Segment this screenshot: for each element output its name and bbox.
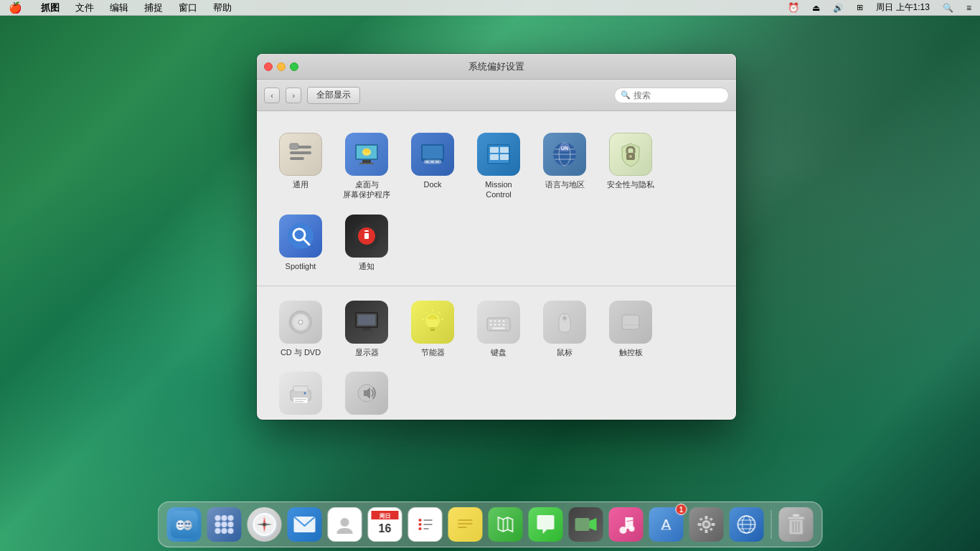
spotlight-search-icon[interactable]: 🔍: [940, 2, 956, 14]
general-label: 通用: [293, 179, 308, 189]
titlebar: 系统偏好设置: [257, 54, 736, 80]
pref-desktop[interactable]: 桌面与屏幕保护程序: [337, 129, 396, 204]
dock-contacts[interactable]: [326, 506, 364, 543]
pref-security[interactable]: 安全性与隐私: [601, 129, 660, 204]
menu-capture[interactable]: 捕捉: [141, 1, 166, 15]
dock-notes[interactable]: [447, 506, 484, 543]
svg-rect-68: [622, 315, 639, 329]
safari-dock-icon: [248, 507, 282, 542]
dock-calendar[interactable]: 周日 16: [367, 506, 404, 543]
svg-point-136: [215, 522, 221, 527]
svg-rect-2: [290, 157, 304, 160]
svg-point-132: [188, 523, 190, 525]
dock: 周日 16: [158, 501, 823, 547]
svg-point-41: [298, 320, 303, 324]
svg-point-153: [419, 519, 422, 522]
notification-center-icon[interactable]: ≡: [963, 2, 974, 14]
mail-dock-icon: [288, 507, 322, 542]
svg-rect-60: [502, 320, 505, 322]
svg-rect-67: [562, 316, 567, 320]
menu-edit[interactable]: 编辑: [107, 1, 131, 15]
svg-rect-73: [295, 399, 306, 400]
desktop-label: 桌面与屏幕保护程序: [343, 179, 390, 200]
svg-rect-7: [359, 163, 374, 164]
volume-icon[interactable]: 🔊: [830, 2, 847, 14]
eject-icon[interactable]: ⏏: [809, 2, 823, 14]
menu-help[interactable]: 帮助: [210, 1, 235, 15]
svg-rect-64: [502, 324, 505, 326]
search-input[interactable]: [633, 90, 722, 100]
notification-icon: [345, 215, 388, 258]
print-label: 打印机与扫描仪: [285, 418, 316, 420]
search-bar[interactable]: 🔍: [614, 88, 729, 103]
pref-print[interactable]: 打印机与扫描仪: [271, 368, 330, 420]
pref-general[interactable]: 通用: [271, 129, 330, 204]
dock-maps[interactable]: [487, 506, 524, 543]
pref-mouse[interactable]: 鼠标: [535, 297, 594, 361]
notification-label: 通知: [359, 261, 374, 271]
display-label: 显示器: [355, 347, 379, 357]
toolbar: ‹ › 全部显示 🔍: [257, 80, 736, 111]
pref-dock[interactable]: Dock: [403, 129, 462, 204]
forward-button[interactable]: ›: [286, 88, 301, 103]
dock-mail[interactable]: [286, 506, 324, 543]
globe-dock-icon: [730, 507, 764, 542]
svg-rect-164: [575, 518, 590, 531]
cd-icon: [279, 301, 322, 344]
app-name[interactable]: 抓图: [38, 1, 62, 15]
svg-point-30: [629, 155, 632, 158]
dock-facetime[interactable]: [567, 506, 605, 543]
svg-rect-179: [699, 517, 703, 521]
dock-safari2[interactable]: [728, 506, 765, 543]
apple-menu[interactable]: 🍎: [6, 1, 25, 15]
finder-dock-icon: [167, 507, 202, 542]
svg-text:A: A: [661, 517, 672, 532]
pref-display[interactable]: 显示器: [337, 297, 396, 361]
svg-point-135: [228, 515, 234, 521]
keyboard-label: 键盘: [491, 347, 507, 357]
appstore-badge: 1: [676, 504, 687, 515]
pref-notification[interactable]: 通知: [337, 211, 396, 275]
svg-rect-71: [293, 386, 308, 392]
maximize-button[interactable]: [290, 62, 298, 71]
menu-window[interactable]: 窗口: [176, 1, 200, 15]
show-all-button[interactable]: 全部显示: [307, 87, 360, 104]
sound-icon: [345, 372, 388, 415]
dock-finder[interactable]: [166, 506, 203, 543]
dock-appstore[interactable]: 1 A: [648, 506, 685, 543]
pref-energy[interactable]: 节能器: [403, 297, 462, 361]
menu-file[interactable]: 文件: [72, 1, 97, 15]
svg-text:16: 16: [379, 522, 392, 534]
dock-launchpad[interactable]: [206, 506, 243, 543]
close-button[interactable]: [264, 62, 273, 71]
svg-rect-58: [494, 320, 496, 322]
svg-point-155: [419, 527, 422, 530]
security-label: 安全性与隐私: [607, 179, 654, 189]
svg-rect-181: [699, 527, 703, 531]
svg-point-134: [222, 515, 227, 521]
reminders-dock-icon: [408, 507, 443, 542]
svg-point-75: [304, 392, 306, 395]
dock-itunes[interactable]: [608, 506, 645, 543]
pref-sound[interactable]: 声音: [337, 368, 396, 420]
pref-cd[interactable]: CD 与 DVD: [271, 297, 330, 361]
dock-trash[interactable]: [778, 506, 815, 543]
dock-safari[interactable]: [246, 506, 283, 543]
pref-trackpad[interactable]: 触控板: [601, 297, 660, 361]
pref-spotlight[interactable]: Spotlight: [271, 211, 330, 275]
pref-keyboard[interactable]: 键盘: [469, 297, 528, 361]
dock-messages[interactable]: [527, 506, 565, 543]
datetime-display[interactable]: 周日 上午1:13: [873, 1, 933, 14]
dock-sysprefs[interactable]: [688, 506, 725, 543]
svg-rect-72: [293, 397, 308, 403]
back-button[interactable]: ‹: [264, 88, 280, 103]
pref-language[interactable]: UN 语言与地区: [535, 129, 594, 204]
time-machine-icon[interactable]: ⏰: [785, 1, 802, 14]
window-title: 系统偏好设置: [468, 60, 524, 73]
pref-mission[interactable]: MissionControl: [469, 129, 528, 204]
svg-rect-62: [494, 324, 496, 326]
display-menu-icon[interactable]: ⊞: [854, 2, 866, 13]
dock-reminders[interactable]: [407, 506, 444, 543]
mouse-label: 鼠标: [557, 347, 573, 357]
minimize-button[interactable]: [277, 62, 286, 71]
